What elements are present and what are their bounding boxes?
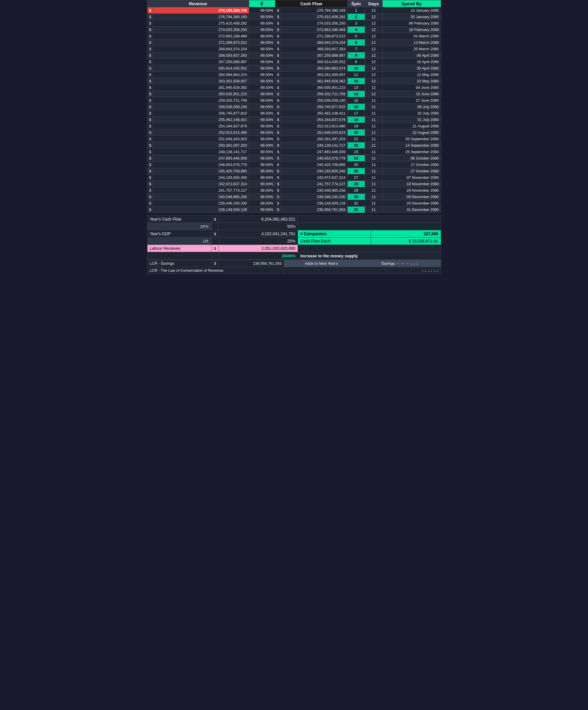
revenue-value: 245,420,708,885 [153,168,249,174]
summary-empty3 [298,245,441,252]
revenue-value: 238,149,509,128 [153,207,249,213]
dollar-sign-1: $ [147,7,153,14]
revenue-value: 250,391,097,203 [153,142,249,149]
years-gdp-value: 4,102,041,241,761 [219,230,298,238]
summary-row-cashflow: Year's Cash Flow $ 8,204,082,483,521 [147,216,441,223]
spendby-value: 15 June 2080 [382,91,441,97]
savings-arrow-label: Šavings → → → ↓ ↓ ↓ [359,260,441,267]
revenue-value: 271,299,873,522 [153,40,249,46]
spin-value: 14 [347,91,365,97]
percentage-value: 99.50% [249,78,275,85]
dollar-sign-2: $ [275,7,281,14]
spendby-value: 07 November 2080 [382,174,441,181]
dollar-sign-1: $ [147,162,153,168]
spendby-value: 25 September 2080 [382,149,441,155]
dollar-sign-2: $ [275,168,281,174]
percentage-value: 99.50% [249,168,275,174]
summary-empty1 [298,216,441,223]
dollar-sign-1: $ [147,85,153,91]
days-value: 11 [365,117,382,123]
cashflow-value: 269,943,374,154 [281,40,347,46]
dollar-sign-1: $ [147,52,153,59]
revenue-value: 267,250,688,997 [153,59,249,65]
spendby-value: 03 September 2080 [382,136,441,142]
cashflow-each-amount: 25,036,872.81 [412,239,438,243]
footer-table: LCŔ - Šavings $ 236,958,761,583 Adds to … [147,260,441,274]
table-row: $247,893,446,00999.50%$246,653,978,77924… [147,155,441,162]
dollar-sign-2: $ [275,142,281,149]
spin-value: 31 [347,200,365,207]
spin-value: 11 [347,72,365,78]
spendby-value: 22 August 2080 [382,129,441,136]
table-row: $245,420,708,88599.50%$244,193,605,34026… [147,168,441,174]
cashflow-value: 267,250,688,997 [281,52,347,59]
percentage-value: 99.50% [249,174,275,181]
spendby-value: 17 October 2080 [382,162,441,168]
percentage-value: 99.50% [249,129,275,136]
col-spendby: Spend By [382,0,441,7]
years-cashflow-value: 8,204,082,483,521 [219,216,298,223]
summary-row-lr: LR: 25% Cash Flow Each: $ 25,036,872.81 [147,238,441,245]
percentage-value: 99.50% [249,97,275,104]
dollar-sign-2: $ [275,27,281,33]
spin-value: 28 [347,181,365,187]
table-row: $272,663,189,46999.50%$271,299,873,52251… [147,33,441,40]
percentage-value: 99.50% [249,40,275,46]
pct-2949: 2949% [219,252,298,260]
dollar-sign-1: $ [147,194,153,200]
dollar-sign-2: $ [275,207,281,213]
years-cashflow-dollar: $ [212,216,219,223]
years-gdp-dollar: $ [212,230,219,238]
cashflow-value: 255,462,148,421 [281,110,347,117]
revenue-value: 278,185,306,726 [153,7,249,14]
table-row: $239,346,240,33099.50%$238,149,509,12831… [147,200,441,207]
summary-row-gdp: Year's GDP $ 4,102,041,241,761 # Compani… [147,230,441,238]
dollar-sign-1: $ [147,20,153,27]
revenue-value: 260,635,901,215 [153,91,249,97]
days-value: 11 [365,168,382,174]
revenue-value: 276,794,380,193 [153,14,249,20]
cashflow-value: 252,913,913,490 [281,123,347,129]
dollar-sign-1: $ [147,104,153,110]
spin-value: 22 [347,142,365,149]
spin-value: 6 [347,40,365,46]
percentage-value: 99.50% [249,91,275,97]
lcr-savings-dollar: $ [212,260,219,267]
percentage-value: 99.50% [249,194,275,200]
spin-value: 10 [347,65,365,72]
percentage-value: 99.50% [249,59,275,65]
days-value: 12 [365,85,382,91]
spin-value: 32 [347,207,365,213]
spendby-value: 31 July 2080 [382,117,441,123]
dollar-sign-2: $ [275,40,281,46]
spendby-value: 14 September 2080 [382,142,441,149]
dollar-sign-2: $ [275,162,281,168]
revenue-value: 268,593,657,283 [153,52,249,59]
revenue-value: 241,757,774,127 [153,187,249,194]
spendby-value: 27 June 2080 [382,97,441,104]
days-value: 12 [365,7,382,14]
lr-empty [212,238,219,245]
percentage-value: 99.50% [249,142,275,149]
cfv-value: 50% [219,223,298,230]
spendby-value: 18 April 2080 [382,59,441,65]
dollar-sign-2: $ [275,194,281,200]
revenue-value: 275,410,408,292 [153,20,249,27]
percentage-value: 99.50% [249,85,275,91]
cashflow-value: 268,593,657,283 [281,46,347,52]
dollar-sign-1: $ [147,46,153,52]
col-e: É [249,0,275,7]
spin-value: 2 [347,14,365,20]
percentage-value: 99.50% [249,14,275,20]
dollar-sign-1: $ [147,142,153,149]
percentage-value: 99.50% [249,110,275,117]
dollar-sign-2: $ [275,14,281,20]
spendby-value: 20 December 2080 [382,200,441,207]
cashflow-value: 254,184,837,679 [281,117,347,123]
spin-value: 25 [347,162,365,168]
dollar-sign-1: $ [147,149,153,155]
spendby-value: 09 December 2080 [382,194,441,200]
spendby-value: 18 February 2080 [382,27,441,33]
dollar-sign-1: $ [147,207,153,213]
cashflow-each-label: Cash Flow Each: [298,238,371,245]
